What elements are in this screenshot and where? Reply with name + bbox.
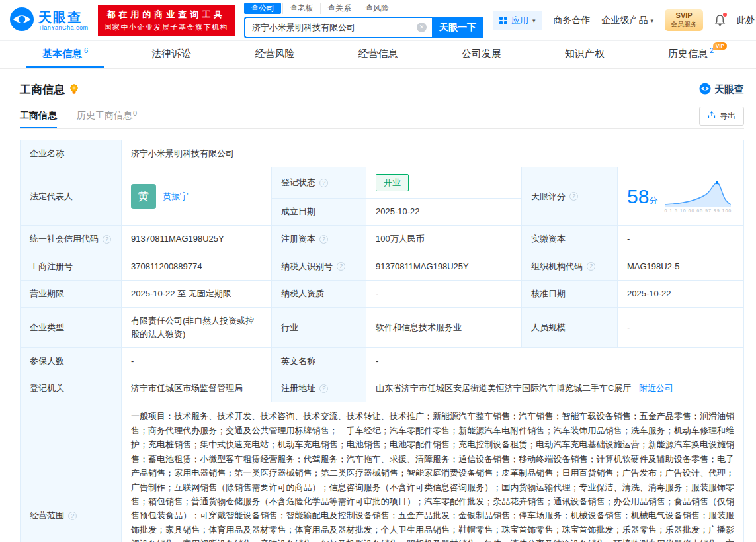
company-section-nav: 基本信息 6 法律诉讼 经营风险 经营信息 公司发展 知识产权 历史信息 2 V… bbox=[0, 41, 756, 69]
user-menu[interactable]: 此处有... ▾ bbox=[737, 15, 756, 26]
tab-history-info[interactable]: 历史信息 2 VIP bbox=[652, 41, 730, 68]
enterprise-products-menu[interactable]: 企业级产品 ▾ bbox=[602, 15, 654, 26]
subtab-history-registration[interactable]: 历史工商信息 0 bbox=[77, 104, 137, 128]
table-row: 参保人数 - 英文名称 - bbox=[21, 348, 744, 375]
field-value-reg-capital: 100万人民币 bbox=[366, 226, 522, 253]
subtab-history-count: 0 bbox=[133, 109, 137, 117]
export-label: 导出 bbox=[720, 111, 735, 122]
apps-grid-icon bbox=[499, 17, 507, 24]
main-content: 工商信息 天眼查 工商信息 历史工商信息 0 导出 bbox=[0, 82, 756, 542]
field-value-business-scope: 一般项目：技术服务、技术开发、技术咨询、技术交流、技术转让、技术推广；新能源汽车… bbox=[122, 402, 744, 542]
field-label-reg-status: 登记状态 bbox=[272, 167, 366, 199]
top-header: 天眼查 TianYanCha.com 都在用的商业查询工具 国家中小企业发展子基… bbox=[0, 0, 756, 41]
apps-menu[interactable]: 应用 ▾ bbox=[493, 11, 542, 30]
tab-intellectual-property-label: 知识产权 bbox=[565, 48, 605, 60]
tab-legal-proceedings-label: 法律诉讼 bbox=[151, 48, 191, 60]
svip-membership-badge[interactable]: SVIP 会员服务 bbox=[665, 9, 703, 30]
tab-company-development-label: 公司发展 bbox=[462, 48, 501, 60]
field-label-business-scope: 经营范围 bbox=[21, 402, 122, 542]
vip-tag: VIP bbox=[713, 42, 727, 50]
field-value-insured-count: - bbox=[122, 348, 272, 375]
field-value-paid-capital: - bbox=[618, 226, 744, 253]
brand-domain: TianYanCha.com bbox=[38, 24, 89, 31]
field-value-approval-date: 2025-10-22 bbox=[618, 280, 744, 307]
table-row: 工商注册号 370811200889774 纳税人识别号 91370811MAG… bbox=[21, 253, 744, 280]
tab-legal-proceedings[interactable]: 法律诉讼 bbox=[136, 41, 207, 68]
field-value-credit-code: 91370811MAG198U25Y bbox=[122, 226, 272, 253]
info-icon[interactable] bbox=[587, 262, 595, 271]
tab-business-info-label: 经营信息 bbox=[358, 48, 398, 60]
field-label-staff-size: 人员规模 bbox=[522, 307, 618, 347]
search-tab-boss[interactable]: 查老板 bbox=[282, 3, 320, 14]
info-icon[interactable] bbox=[569, 192, 578, 201]
info-icon[interactable] bbox=[68, 512, 77, 520]
export-button[interactable]: 导出 bbox=[699, 107, 744, 126]
field-label-company-name: 企业名称 bbox=[21, 140, 122, 167]
status-badge: 开业 bbox=[376, 174, 409, 191]
business-cooperation-label: 商务合作 bbox=[554, 15, 591, 26]
clear-search-icon[interactable] bbox=[417, 23, 427, 32]
field-value-business-term: 2025-10-22 至 无固定期限 bbox=[122, 280, 272, 307]
membership-label: 会员服务 bbox=[671, 21, 697, 29]
promo-line1: 都在用的商业查询工具 bbox=[105, 9, 229, 21]
field-value-taxpayer-id: 91370811MAG198U25Y bbox=[366, 253, 522, 280]
field-value-score: 58分 0 1 5 10 60 65 97 99 100 bbox=[618, 167, 744, 226]
nearby-companies-link[interactable]: 附近公司 bbox=[639, 383, 673, 393]
subtab-history-registration-label: 历史工商信息 bbox=[77, 110, 132, 122]
search-button[interactable]: 天眼一下 bbox=[432, 17, 483, 38]
field-label-reg-authority: 登记机关 bbox=[21, 375, 122, 402]
tab-basic-info-label: 基本信息 bbox=[42, 48, 82, 60]
tab-operational-risk[interactable]: 经营风险 bbox=[239, 41, 310, 68]
table-row: 统一社会信用代码 91370811MAG198U25Y 注册资本 100万人民币… bbox=[21, 226, 744, 253]
notifications-bell-icon[interactable] bbox=[714, 14, 726, 26]
score-number: 58分 bbox=[627, 181, 657, 212]
tianyancha-watermark-text: 天眼查 bbox=[714, 83, 744, 96]
tab-operational-risk-label: 经营风险 bbox=[255, 48, 294, 60]
field-label-score: 天眼评分 bbox=[522, 167, 618, 226]
business-scope-text: 一般项目：技术服务、技术开发、技术咨询、技术交流、技术转让、技术推广；新能源汽车… bbox=[131, 409, 734, 542]
search-input[interactable] bbox=[245, 18, 432, 37]
header-right: 应用 ▾ 商务合作 企业级产品 ▾ SVIP 会员服务 此处有... ▾ bbox=[493, 9, 756, 30]
field-label-establish-date: 成立日期 bbox=[272, 199, 366, 226]
subtab-business-registration[interactable]: 工商信息 bbox=[20, 104, 57, 128]
brand-name: 天眼查 bbox=[38, 10, 89, 24]
search-tab-relation[interactable]: 查关系 bbox=[320, 3, 358, 14]
field-label-taxpayer-id: 纳税人识别号 bbox=[272, 253, 366, 280]
table-row: 企业类型 有限责任公司(非自然人投资或控股的法人独资) 行业 软件和信息技术服务… bbox=[21, 307, 744, 347]
field-value-reg-status: 开业 bbox=[366, 167, 522, 199]
field-value-taxpayer-quality: - bbox=[366, 280, 522, 307]
tab-company-development[interactable]: 公司发展 bbox=[446, 41, 517, 68]
info-icon[interactable] bbox=[337, 262, 345, 271]
legal-rep-avatar[interactable]: 黄 bbox=[131, 184, 156, 209]
field-label-industry: 行业 bbox=[272, 307, 366, 347]
tianyancha-watermark: 天眼查 bbox=[699, 83, 744, 97]
tab-intellectual-property[interactable]: 知识产权 bbox=[549, 41, 620, 68]
info-icon[interactable] bbox=[319, 235, 328, 244]
chevron-down-icon: ▾ bbox=[651, 17, 654, 24]
search-tab-company[interactable]: 查公司 bbox=[244, 3, 281, 14]
tab-basic-info[interactable]: 基本信息 6 bbox=[26, 41, 104, 68]
export-icon bbox=[708, 111, 716, 121]
score-axis-labels: 0 1 5 10 60 65 97 99 100 bbox=[664, 208, 732, 215]
search-tab-risk[interactable]: 查风险 bbox=[358, 3, 396, 14]
legal-rep-name-link[interactable]: 黄振宇 bbox=[163, 190, 189, 203]
info-icon[interactable] bbox=[319, 384, 328, 393]
field-value-reg-authority: 济宁市任城区市场监督管理局 bbox=[122, 375, 272, 402]
field-value-org-code: MAG198U2-5 bbox=[618, 253, 744, 280]
search-module: 查公司 查老板 查关系 查风险 天眼一下 bbox=[244, 2, 483, 38]
tianyancha-logo-icon bbox=[9, 7, 34, 34]
info-icon[interactable] bbox=[319, 179, 328, 187]
table-row: 企业名称 济宁小米景明科技有限公司 bbox=[21, 140, 744, 167]
apps-label: 应用 bbox=[511, 15, 528, 26]
medal-icon bbox=[69, 84, 79, 95]
field-value-reg-number: 370811200889774 bbox=[122, 253, 272, 280]
field-label-reg-address: 注册地址 bbox=[272, 375, 366, 402]
business-info-subtabs: 工商信息 历史工商信息 0 导出 bbox=[20, 104, 744, 129]
tab-business-info[interactable]: 经营信息 bbox=[343, 41, 414, 68]
business-cooperation-link[interactable]: 商务合作 bbox=[554, 15, 591, 26]
field-label-business-term: 营业期限 bbox=[21, 280, 122, 307]
field-value-company-type: 有限责任公司(非自然人投资或控股的法人独资) bbox=[122, 307, 272, 347]
enterprise-products-label: 企业级产品 bbox=[602, 15, 648, 26]
info-icon[interactable] bbox=[103, 235, 111, 244]
tianyancha-logo[interactable]: 天眼查 TianYanCha.com bbox=[9, 7, 89, 34]
